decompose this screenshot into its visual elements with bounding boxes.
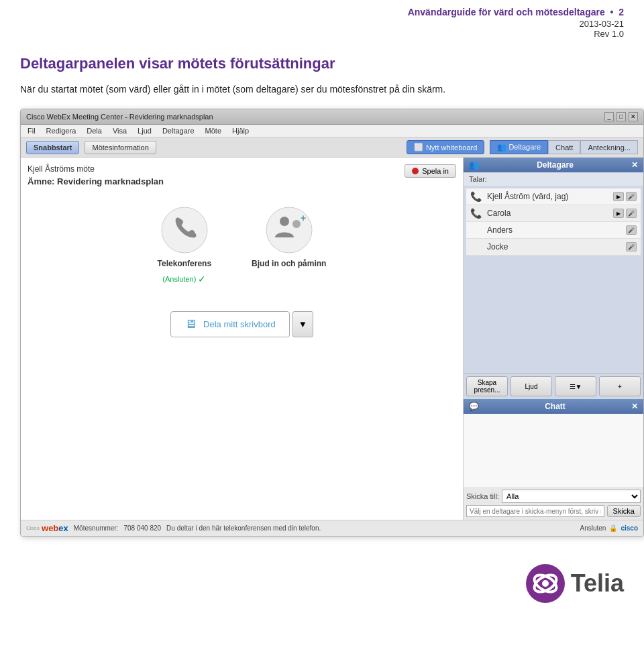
motesinformation-button[interactable]: Mötesinformation bbox=[85, 141, 156, 154]
mic-control[interactable]: 🎤 bbox=[626, 242, 637, 251]
participants-panel-close[interactable]: ✕ bbox=[631, 160, 638, 170]
invite-icon: + bbox=[266, 207, 313, 254]
main-layout: Kjell Åströms möte Ämne: Revidering mark… bbox=[21, 158, 643, 520]
meeting-number: 708 040 820 bbox=[123, 524, 161, 532]
chat-panel-close[interactable]: ✕ bbox=[631, 402, 638, 411]
tab-deltagare[interactable]: 👥 Deltagare bbox=[490, 140, 548, 154]
menu-dela[interactable]: Dela bbox=[85, 126, 103, 135]
title-bar: Cisco WebEx Meeting Center - Revidering … bbox=[21, 109, 643, 125]
toolbar: Snabbstart Mötesinformation ⬜ Nytt white… bbox=[21, 137, 643, 158]
mic-control[interactable]: 🎤 bbox=[626, 209, 637, 218]
chat-recipient-select[interactable]: Alla bbox=[502, 490, 641, 503]
menu-fil[interactable]: Fil bbox=[26, 126, 37, 135]
participant-row: 📞 Carola ▶ 🎤 bbox=[466, 205, 641, 222]
participant-name: Jocke bbox=[487, 242, 626, 251]
chat-message-input[interactable] bbox=[466, 505, 604, 517]
participant-name: Anders bbox=[487, 225, 626, 235]
share-area: 🖥 Dela mitt skrivbord ▼ bbox=[28, 311, 456, 337]
lock-icon: 🔒 bbox=[609, 524, 617, 532]
share-screen-button[interactable]: 🖥 Dela mitt skrivbord bbox=[170, 311, 290, 337]
status-info-text: Du deltar i den här telekonferensen med … bbox=[166, 524, 321, 532]
participant-controls: ▶ 🎤 bbox=[613, 209, 637, 218]
teleconference-label: Telekonferens bbox=[158, 259, 211, 268]
right-panel: 👥 Deltagare ✕ Talar: 📞 Kjell Åström (vär… bbox=[464, 158, 643, 520]
connection-status: Ansluten 🔒 cisco bbox=[580, 524, 639, 532]
meeting-number-label: Mötesnummer: bbox=[74, 524, 119, 532]
telia-text: Telia bbox=[571, 569, 624, 598]
participant-name: Carola bbox=[487, 209, 613, 218]
chat-icon: 💬 bbox=[469, 402, 479, 411]
chat-send-button[interactable]: Skicka bbox=[607, 505, 641, 517]
panel-tabs: 👥 Deltagare Chatt Anteckning... bbox=[490, 140, 638, 154]
teleconference-item: Telekonferens (Ansluten) ✓ bbox=[158, 207, 211, 284]
meeting-content-area: Kjell Åströms möte Ämne: Revidering mark… bbox=[21, 158, 464, 520]
menu-visa[interactable]: Visa bbox=[111, 126, 128, 135]
chat-send-row: Skicka till: Alla bbox=[466, 490, 641, 503]
mic-control[interactable]: 🎤 bbox=[626, 225, 637, 235]
participant-row: 📞 Jocke 🎤 bbox=[466, 239, 641, 256]
teleconference-status: (Ansluten) ✓ bbox=[162, 274, 206, 284]
participants-panel-header: 👥 Deltagare ✕ bbox=[464, 158, 643, 172]
video-control[interactable]: ▶ bbox=[613, 209, 624, 218]
participant-controls: ▶ 🎤 bbox=[613, 192, 637, 201]
video-control[interactable]: ▶ bbox=[613, 192, 624, 201]
share-dropdown-button[interactable]: ▼ bbox=[292, 311, 313, 337]
header-rev: Rev 1.0 bbox=[20, 29, 624, 39]
header-title: Användarguide för värd och mötesdeltagar… bbox=[20, 7, 624, 17]
telia-logo-icon bbox=[525, 563, 566, 604]
intro-text: När du startat mötet (som värd) eller gå… bbox=[20, 82, 624, 97]
chat-footer: Skicka till: Alla Skicka bbox=[464, 487, 643, 520]
svg-text:+: + bbox=[301, 213, 306, 223]
participants-panel-footer: Skapa presen... Ljud ☰▼ + bbox=[464, 373, 643, 399]
invite-button[interactable]: + bbox=[599, 376, 641, 396]
chat-body bbox=[464, 414, 643, 487]
svg-point-2 bbox=[280, 217, 289, 226]
create-presentation-button[interactable]: Skapa presen... bbox=[466, 376, 508, 396]
phone-icon: 📞 bbox=[470, 191, 482, 202]
telia-footer: Telia bbox=[0, 550, 644, 617]
page-heading: Deltagarpanelen visar mötets förutsättni… bbox=[20, 55, 624, 72]
chat-panel: 💬 Chatt ✕ Skicka till: Alla bbox=[464, 399, 643, 520]
meeting-subject: Ämne: Revidering marknadsplan bbox=[28, 176, 456, 186]
menu-redigera[interactable]: Redigera bbox=[45, 126, 78, 135]
chat-input-row: Skicka bbox=[466, 505, 641, 517]
minimize-button[interactable]: _ bbox=[604, 112, 614, 121]
chat-panel-header: 💬 Chatt ✕ bbox=[464, 399, 643, 414]
options-button[interactable]: ☰▼ bbox=[555, 376, 596, 396]
webex-text: webex bbox=[42, 523, 68, 533]
participant-row: 📞 Kjell Åström (värd, jag) ▶ 🎤 bbox=[466, 188, 641, 205]
cisco-logo-icon: cisco bbox=[621, 524, 638, 532]
svg-point-8 bbox=[542, 580, 549, 587]
window-controls[interactable]: _ □ ✕ bbox=[604, 112, 638, 121]
cisco-text: Cisco bbox=[26, 525, 40, 531]
menu-ljud[interactable]: Ljud bbox=[136, 126, 153, 135]
menu-hjalp[interactable]: Hjälp bbox=[231, 126, 250, 135]
telia-logo: Telia bbox=[525, 563, 624, 604]
monitor-icon: 🖥 bbox=[184, 317, 197, 331]
audio-button[interactable]: Ljud bbox=[511, 376, 552, 396]
tab-anteckning[interactable]: Anteckning... bbox=[580, 140, 638, 154]
participant-row: 📞 Anders 🎤 bbox=[466, 222, 641, 239]
restore-button[interactable]: □ bbox=[616, 112, 626, 121]
participant-controls: 🎤 bbox=[626, 225, 637, 235]
status-bar: Cisco webex Mötesnummer: 708 040 820 Du … bbox=[21, 520, 643, 536]
check-icon: ✓ bbox=[198, 274, 206, 284]
participants-subheader: Talar: bbox=[464, 172, 643, 186]
participant-name: Kjell Åström (värd, jag) bbox=[487, 192, 613, 201]
invite-item[interactable]: + Bjud in och påminn bbox=[252, 207, 326, 284]
chat-to-label: Skicka till: bbox=[466, 492, 499, 500]
menu-mote[interactable]: Möte bbox=[204, 126, 223, 135]
close-button[interactable]: ✕ bbox=[629, 112, 638, 121]
snabbstart-button[interactable]: Snabbstart bbox=[26, 141, 79, 154]
menu-bar: Fil Redigera Dela Visa Ljud Deltagare Mö… bbox=[21, 125, 643, 137]
invite-label: Bjud in och påminn bbox=[252, 259, 326, 268]
whiteboard-button[interactable]: ⬜ Nytt whiteboard bbox=[407, 140, 484, 154]
header-date: 2013-03-21 bbox=[20, 19, 624, 29]
record-button[interactable]: Spela in bbox=[405, 164, 456, 178]
phone-icon bbox=[161, 207, 208, 254]
menu-deltagare[interactable]: Deltagare bbox=[161, 126, 196, 135]
mic-control[interactable]: 🎤 bbox=[626, 192, 637, 201]
tab-chatt[interactable]: Chatt bbox=[548, 140, 580, 154]
webex-window: Cisco WebEx Meeting Center - Revidering … bbox=[20, 109, 644, 537]
window-title: Cisco WebEx Meeting Center - Revidering … bbox=[26, 113, 213, 121]
